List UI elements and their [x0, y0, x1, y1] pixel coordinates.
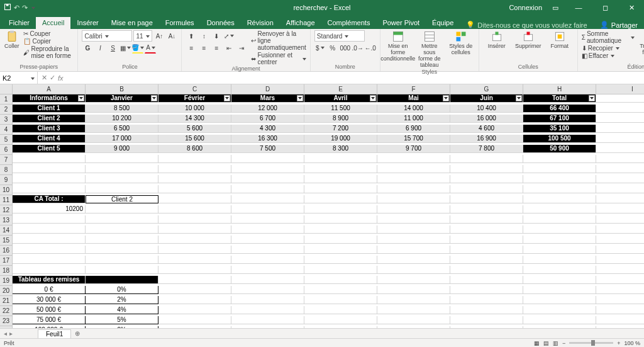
cell[interactable]: 16 000 — [450, 115, 523, 123]
cell[interactable] — [450, 316, 523, 324]
cell[interactable] — [450, 185, 523, 193]
cell[interactable] — [450, 276, 523, 284]
cell[interactable] — [86, 165, 158, 173]
row-header[interactable]: 11 — [0, 195, 13, 205]
font-name-select[interactable]: Calibri — [82, 30, 132, 42]
align-left-icon[interactable]: ≡ — [186, 42, 197, 54]
cell[interactable]: 30 000 € — [13, 296, 86, 304]
column-header[interactable]: H — [523, 84, 596, 94]
cell[interactable]: 10 200 — [86, 115, 158, 123]
cell[interactable] — [304, 205, 377, 213]
row-header[interactable]: 16 — [0, 246, 13, 256]
cell[interactable] — [158, 236, 231, 244]
cell[interactable]: Client 2 — [13, 115, 86, 123]
cell[interactable] — [596, 125, 644, 133]
cell[interactable] — [596, 266, 644, 274]
fx-icon[interactable]: fx — [58, 74, 64, 82]
cell[interactable]: 10200 — [13, 205, 86, 213]
cell[interactable] — [158, 205, 231, 213]
row-header[interactable]: 23 — [0, 316, 13, 326]
filter-arrow-icon[interactable] — [589, 95, 595, 101]
cell[interactable] — [86, 256, 158, 264]
sheet-tab-feuil1[interactable]: Feuil1 — [38, 329, 71, 338]
number-format-select[interactable]: Standard — [314, 30, 365, 42]
tab-donnees[interactable]: Données — [201, 17, 241, 29]
cell[interactable] — [86, 185, 158, 193]
cell[interactable]: Client 5 — [13, 145, 86, 153]
cell[interactable]: Client 1 — [13, 105, 86, 113]
cell[interactable] — [86, 246, 158, 254]
cell[interactable]: 15 700 — [377, 135, 450, 143]
tab-equipe[interactable]: Équipe — [426, 17, 460, 29]
cell[interactable]: 17 000 — [86, 135, 158, 143]
cell[interactable] — [596, 316, 644, 324]
cell[interactable] — [377, 256, 450, 264]
cell[interactable]: Informations — [13, 94, 86, 103]
tab-revision[interactable]: Révision — [241, 17, 280, 29]
cell-styles-button[interactable]: Styles de cellules — [447, 30, 475, 56]
cell[interactable] — [13, 155, 86, 163]
cell[interactable]: Total — [523, 94, 596, 103]
tab-complements[interactable]: Compléments — [321, 17, 377, 29]
cell[interactable]: 0 € — [13, 286, 86, 294]
cell[interactable] — [158, 225, 231, 234]
select-all-corner[interactable] — [0, 84, 13, 94]
cell[interactable]: 6 500 — [86, 125, 158, 133]
cell[interactable] — [231, 306, 304, 314]
cell[interactable] — [231, 175, 304, 183]
filter-arrow-icon[interactable] — [297, 95, 303, 101]
cell[interactable] — [158, 175, 231, 183]
cell[interactable] — [523, 276, 596, 284]
increase-indent-icon[interactable]: ⇥ — [236, 42, 247, 54]
cell[interactable] — [596, 225, 644, 234]
cell[interactable] — [450, 266, 523, 274]
cell[interactable] — [158, 185, 231, 193]
cell[interactable]: Janvier — [86, 94, 158, 103]
column-header[interactable]: C — [158, 84, 231, 94]
fill-color-icon[interactable]: 🪣 — [132, 42, 143, 54]
cell[interactable] — [231, 276, 304, 284]
cell[interactable] — [377, 215, 450, 224]
cell[interactable] — [523, 215, 596, 224]
delete-cells-button[interactable]: Supprimer — [514, 30, 542, 50]
cell[interactable] — [86, 155, 158, 163]
decrease-font-icon[interactable]: A↓ — [166, 30, 177, 42]
cell[interactable] — [86, 236, 158, 244]
cell[interactable]: CA Total : — [13, 195, 86, 203]
cell[interactable] — [450, 225, 523, 234]
cell[interactable] — [13, 236, 86, 244]
cell[interactable]: Client 3 — [13, 125, 86, 133]
row-header[interactable]: 22 — [0, 306, 13, 316]
cell[interactable] — [523, 246, 596, 254]
cell[interactable] — [377, 246, 450, 254]
cell[interactable]: 4% — [86, 306, 158, 314]
cell[interactable] — [231, 195, 304, 203]
cell[interactable] — [523, 205, 596, 213]
cell[interactable] — [231, 286, 304, 294]
cell[interactable] — [596, 286, 644, 294]
cell[interactable]: Mai — [377, 94, 450, 103]
cell[interactable]: 14 300 — [158, 115, 231, 123]
cell[interactable] — [86, 225, 158, 234]
increase-font-icon[interactable]: A↑ — [153, 30, 165, 42]
cell[interactable] — [523, 316, 596, 324]
cell[interactable] — [304, 306, 377, 314]
cell[interactable] — [304, 155, 377, 163]
cell[interactable] — [377, 296, 450, 304]
column-header[interactable]: G — [450, 84, 523, 94]
cell[interactable]: 15 600 — [158, 135, 231, 143]
zoom-slider[interactable] — [569, 342, 613, 344]
cell[interactable] — [450, 286, 523, 294]
enter-formula-icon[interactable]: ✓ — [50, 74, 55, 82]
cell[interactable] — [231, 246, 304, 254]
cell[interactable]: 14 000 — [377, 105, 450, 113]
cell[interactable] — [231, 185, 304, 193]
cell[interactable] — [523, 286, 596, 294]
cell[interactable] — [158, 306, 231, 314]
wrap-text-button[interactable]: ↩Renvoyer à la ligne automatiquement — [251, 30, 306, 51]
cell[interactable] — [596, 306, 644, 314]
percent-format-icon[interactable]: % — [327, 42, 338, 54]
cell[interactable] — [231, 205, 304, 213]
row-header[interactable]: 18 — [0, 266, 13, 276]
cut-button[interactable]: ✂Couper — [23, 30, 74, 37]
